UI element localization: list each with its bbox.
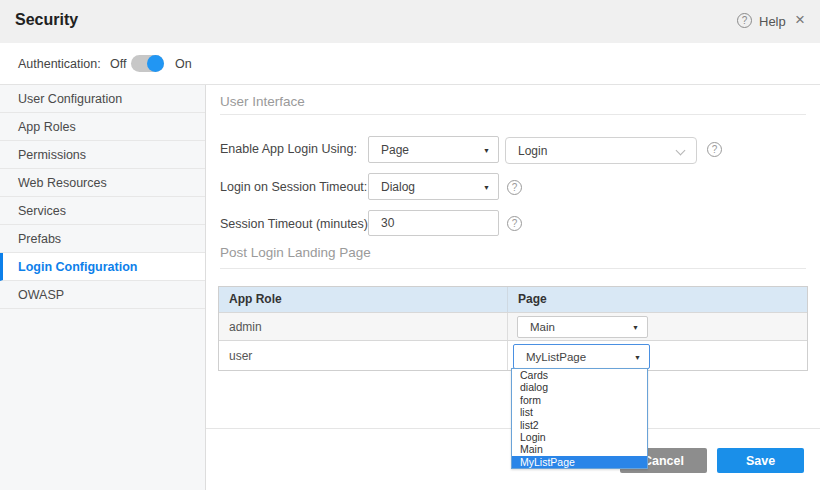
login-type-select[interactable]: Page ▼ bbox=[368, 136, 499, 163]
sidebar-item-services[interactable]: Services bbox=[0, 197, 205, 225]
authentication-bar: Authentication: Off On bbox=[0, 43, 820, 85]
section-title-user-interface: User Interface bbox=[220, 94, 305, 109]
session-timeout-minutes-help-icon[interactable]: ? bbox=[507, 216, 522, 231]
save-button[interactable]: Save bbox=[717, 448, 804, 473]
help-icon[interactable]: ? bbox=[737, 13, 752, 28]
admin-page-select[interactable]: Main ▼ bbox=[517, 316, 648, 338]
admin-page-value: Main bbox=[530, 321, 555, 333]
help-link[interactable]: Help bbox=[759, 14, 786, 29]
chevron-down-icon bbox=[676, 146, 686, 156]
security-window: Security ? Help × Authentication: Off On… bbox=[0, 0, 820, 490]
section-title-post-login: Post Login Landing Page bbox=[220, 245, 371, 260]
page-dropdown-list: Cards dialog form list list2 Login Main … bbox=[511, 368, 648, 469]
sidebar: User Configuration App Roles Permissions… bbox=[0, 85, 206, 490]
authentication-toggle[interactable] bbox=[131, 55, 164, 72]
table-row-admin: admin Main ▼ bbox=[219, 312, 807, 340]
toggle-on-label: On bbox=[175, 57, 192, 71]
dropdown-option-cards[interactable]: Cards bbox=[512, 369, 647, 381]
session-timeout-type-help-icon[interactable]: ? bbox=[507, 180, 522, 195]
table-row-user: user MyListPage ▼ bbox=[219, 340, 807, 370]
close-icon[interactable]: × bbox=[795, 10, 805, 30]
toggle-off-label: Off bbox=[110, 57, 126, 71]
dropdown-option-mylistpage[interactable]: MyListPage bbox=[512, 456, 647, 468]
select-arrow-icon: ▼ bbox=[632, 324, 639, 331]
select-arrow-icon: ▼ bbox=[634, 353, 641, 360]
section-divider bbox=[220, 114, 806, 115]
page-title: Security bbox=[15, 11, 78, 29]
dropdown-option-form[interactable]: form bbox=[512, 394, 647, 406]
sidebar-item-permissions[interactable]: Permissions bbox=[0, 141, 205, 169]
session-timeout-type-value: Dialog bbox=[381, 180, 415, 194]
dropdown-option-dialog[interactable]: dialog bbox=[512, 381, 647, 393]
login-page-value: Login bbox=[518, 144, 547, 158]
sidebar-item-prefabs[interactable]: Prefabs bbox=[0, 225, 205, 253]
header: Security ? Help × bbox=[0, 0, 820, 43]
column-header-page: Page bbox=[508, 287, 807, 312]
dropdown-option-list2[interactable]: list2 bbox=[512, 419, 647, 431]
user-page-select[interactable]: MyListPage ▼ bbox=[513, 344, 650, 369]
enable-app-login-label: Enable App Login Using: bbox=[220, 142, 357, 156]
user-page-value: MyListPage bbox=[526, 351, 586, 363]
dropdown-option-list[interactable]: list bbox=[512, 406, 647, 418]
dropdown-option-login[interactable]: Login bbox=[512, 431, 647, 443]
login-page-combobox[interactable]: Login bbox=[505, 137, 697, 164]
sidebar-item-user-configuration[interactable]: User Configuration bbox=[0, 85, 205, 113]
enable-app-login-help-icon[interactable]: ? bbox=[707, 142, 722, 157]
app-role-value: user bbox=[219, 341, 508, 370]
authentication-label: Authentication: bbox=[18, 57, 101, 71]
table-header-row: App Role Page bbox=[219, 287, 807, 312]
session-timeout-minutes-label: Session Timeout (minutes): bbox=[220, 217, 371, 231]
section-divider bbox=[220, 268, 806, 269]
app-role-value: admin bbox=[219, 313, 508, 340]
sidebar-item-login-configuration[interactable]: Login Configuration bbox=[0, 253, 205, 281]
sidebar-item-app-roles[interactable]: App Roles bbox=[0, 113, 205, 141]
landing-page-table: App Role Page admin Main ▼ user MyListPa… bbox=[218, 286, 808, 371]
column-header-app-role: App Role bbox=[219, 287, 508, 312]
session-timeout-type-select[interactable]: Dialog ▼ bbox=[368, 173, 499, 200]
sidebar-item-owasp[interactable]: OWASP bbox=[0, 281, 205, 309]
dropdown-option-main[interactable]: Main bbox=[512, 443, 647, 455]
sidebar-item-web-resources[interactable]: Web Resources bbox=[0, 169, 205, 197]
session-timeout-minutes-input[interactable] bbox=[368, 210, 499, 236]
login-type-value: Page bbox=[381, 143, 409, 157]
session-timeout-type-label: Login on Session Timeout: bbox=[220, 180, 367, 194]
select-arrow-icon: ▼ bbox=[483, 183, 490, 190]
select-arrow-icon: ▼ bbox=[483, 146, 490, 153]
toggle-knob-icon bbox=[147, 55, 164, 72]
